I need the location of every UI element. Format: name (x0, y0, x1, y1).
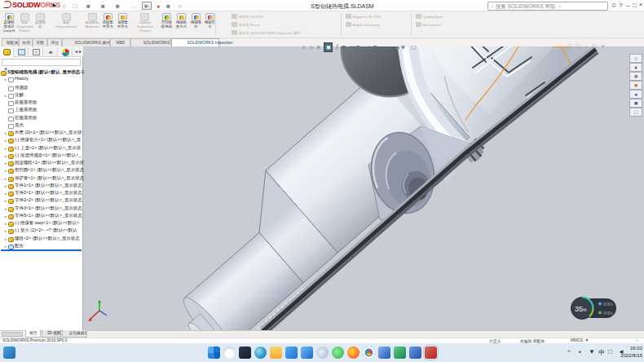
svg-text:0KB/s: 0KB/s (603, 311, 614, 316)
svg-text:0KB/s: 0KB/s (603, 302, 614, 307)
